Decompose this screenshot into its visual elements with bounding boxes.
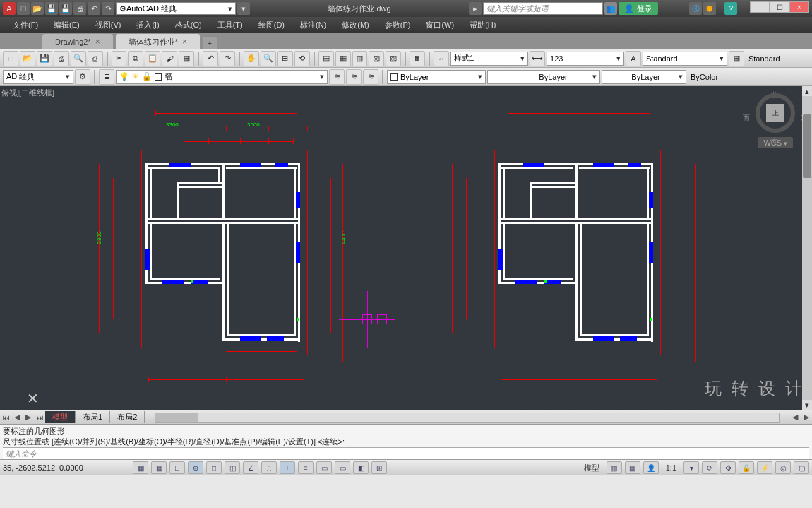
layer-manager-icon[interactable]: ≣ bbox=[99, 69, 114, 85]
tabs-prev-icon[interactable]: ◀ bbox=[11, 413, 23, 422]
new-tab-button[interactable]: + bbox=[203, 37, 217, 49]
dyn-toggle[interactable]: + bbox=[280, 461, 295, 474]
calc-icon[interactable]: 🖩 bbox=[410, 51, 425, 66]
help-icon[interactable]: ? bbox=[724, 2, 737, 15]
am-toggle[interactable]: ⊞ bbox=[371, 461, 387, 474]
textstyle-combo[interactable]: Standard▾ bbox=[643, 52, 727, 66]
lwt-toggle[interactable]: ≡ bbox=[298, 461, 314, 474]
preview-icon[interactable]: 🔍 bbox=[71, 51, 86, 66]
grid-toggle[interactable]: ▦ bbox=[151, 461, 167, 474]
hardware-accel-icon[interactable]: ⚡ bbox=[757, 461, 772, 474]
menu-item[interactable]: 视图(V) bbox=[88, 18, 129, 33]
model-space-label[interactable]: 模型 bbox=[580, 463, 604, 473]
polar-toggle[interactable]: ⊕ bbox=[188, 461, 203, 474]
annoauto-icon[interactable]: ⟳ bbox=[702, 461, 717, 474]
color-combo[interactable]: ByLayer▾ bbox=[387, 70, 486, 84]
dimstyle-icon[interactable]: ↔ bbox=[434, 51, 449, 66]
horizontal-scrollbar[interactable] bbox=[155, 413, 780, 423]
document-tab[interactable]: 墙体练习作业*× bbox=[116, 34, 200, 49]
hscroll-left-icon[interactable]: ◀ bbox=[789, 413, 801, 422]
menu-item[interactable]: 格式(O) bbox=[168, 18, 209, 33]
menu-item[interactable]: 窗口(W) bbox=[419, 18, 461, 33]
menu-item[interactable]: 编辑(E) bbox=[47, 18, 87, 33]
layout-tab[interactable]: 模型 bbox=[45, 411, 76, 423]
saveas-icon[interactable]: 💾 bbox=[59, 2, 72, 15]
scroll-up-icon[interactable]: ▴ bbox=[802, 86, 812, 96]
zoom-realtime-icon[interactable]: 🔍 bbox=[261, 51, 276, 66]
print-icon[interactable]: 🖨 bbox=[54, 51, 69, 66]
snap-toggle[interactable]: ▦ bbox=[133, 461, 148, 474]
new-file-icon[interactable]: □ bbox=[3, 51, 18, 66]
ws-switch-icon[interactable]: ⚙ bbox=[720, 461, 736, 474]
textstyle-icon[interactable]: A bbox=[626, 51, 641, 66]
pan-icon[interactable]: ✋ bbox=[244, 51, 259, 66]
close-icon[interactable]: × bbox=[95, 37, 100, 47]
ucs-icon[interactable]: ✕ bbox=[27, 390, 39, 407]
command-input[interactable]: 键入命令 bbox=[3, 447, 809, 460]
scroll-down-icon[interactable]: ▾ bbox=[802, 400, 812, 410]
drawing-canvas[interactable]: 俯视][二维线框] 北 西 东 上 南 WCS ▾ bbox=[0, 86, 812, 410]
sc-toggle[interactable]: ◧ bbox=[353, 461, 369, 474]
dc-icon[interactable]: ▦ bbox=[335, 51, 351, 66]
save-icon[interactable]: 💾 bbox=[45, 2, 58, 15]
clean-screen-icon[interactable]: ▢ bbox=[794, 461, 809, 474]
annoscale-icon[interactable]: 👤 bbox=[643, 461, 659, 474]
ducs-toggle[interactable]: ⎍ bbox=[261, 461, 277, 474]
tabs-last-icon[interactable]: ⏭ bbox=[34, 413, 45, 422]
open-file-icon[interactable]: 📂 bbox=[20, 51, 35, 66]
layout-tab[interactable]: 布局1 bbox=[76, 411, 110, 423]
menu-item[interactable]: 插入(I) bbox=[129, 18, 166, 33]
win-max[interactable]: ☐ bbox=[770, 1, 789, 13]
tpy-toggle[interactable]: ▭ bbox=[316, 461, 332, 474]
qv-layouts-icon[interactable]: ▥ bbox=[607, 461, 622, 474]
search-input[interactable]: 键入关键字或短语 bbox=[483, 2, 603, 15]
menu-item[interactable]: 参数(P) bbox=[378, 18, 418, 33]
annovis-icon[interactable]: ▾ bbox=[683, 461, 699, 474]
dimstyle-combo[interactable]: 样式1▾ bbox=[450, 52, 528, 66]
layer-state-icon[interactable]: ≋ bbox=[346, 69, 362, 85]
isolate-icon[interactable]: ◎ bbox=[775, 461, 791, 474]
infocenter-arrow-icon[interactable]: ▸ bbox=[469, 2, 482, 15]
osnap-toggle[interactable]: □ bbox=[206, 461, 222, 474]
layer-iso-icon[interactable]: ≋ bbox=[363, 69, 378, 85]
annotation-scale[interactable]: 1:1 bbox=[662, 463, 681, 472]
plot-icon[interactable]: 🖨 bbox=[73, 2, 86, 15]
new-icon[interactable]: □ bbox=[17, 2, 30, 15]
close-icon[interactable]: × bbox=[182, 37, 187, 47]
undo-button-icon[interactable]: ↶ bbox=[203, 51, 218, 66]
menu-item[interactable]: 帮助(H) bbox=[462, 18, 503, 33]
qv-drawings-icon[interactable]: ▦ bbox=[625, 461, 640, 474]
viewcube[interactable]: 北 西 东 上 南 WCS ▾ bbox=[747, 92, 804, 163]
redo-button-icon[interactable]: ↷ bbox=[220, 51, 235, 66]
3dosnap-toggle[interactable]: ◫ bbox=[225, 461, 240, 474]
toolbar-lock-icon[interactable]: 🔒 bbox=[739, 461, 754, 474]
cut-icon[interactable]: ✂ bbox=[112, 51, 127, 66]
qp-toggle[interactable]: ▭ bbox=[335, 461, 350, 474]
properties-icon[interactable]: ▤ bbox=[318, 51, 334, 66]
viewcube-ring[interactable]: 上 bbox=[756, 93, 795, 133]
redo-icon[interactable]: ↷ bbox=[102, 2, 114, 15]
lineweight-combo[interactable]: — ByLayer▾ bbox=[602, 70, 686, 84]
tablestyle-combo[interactable]: Standard bbox=[746, 52, 809, 66]
hscroll-right-icon[interactable]: ▶ bbox=[801, 413, 812, 422]
viewcube-top-face[interactable]: 上 bbox=[766, 104, 784, 122]
ortho-toggle[interactable]: ∟ bbox=[169, 461, 185, 474]
linetype-combo[interactable]: ——— ByLayer▾ bbox=[487, 70, 600, 84]
workspace-small-combo[interactable]: AD 经典▾ bbox=[3, 70, 73, 84]
tp-icon[interactable]: ▥ bbox=[352, 51, 368, 66]
layer-prev-icon[interactable]: ≋ bbox=[329, 69, 345, 85]
match-icon[interactable]: 🖌 bbox=[162, 51, 177, 66]
zoom-window-icon[interactable]: ⊞ bbox=[277, 51, 293, 66]
undo-icon[interactable]: ↶ bbox=[88, 2, 100, 15]
qat-dropdown-icon[interactable]: ▾ bbox=[237, 2, 250, 15]
zoom-prev-icon[interactable]: ⟲ bbox=[294, 51, 310, 66]
dim-icon[interactable]: ⟷ bbox=[530, 51, 545, 66]
document-tab[interactable]: Drawing2*× bbox=[42, 34, 113, 49]
dim-combo[interactable]: 123▾ bbox=[547, 52, 624, 66]
markup-icon[interactable]: ▨ bbox=[386, 51, 401, 66]
win-min[interactable]: — bbox=[750, 1, 770, 13]
app-menu-icon[interactable]: A bbox=[3, 2, 16, 15]
win-close[interactable]: × bbox=[789, 1, 809, 13]
copy-icon[interactable]: ⧉ bbox=[128, 51, 143, 66]
workspace-combo[interactable]: ⚙ AutoCAD 经典 ▾ bbox=[116, 2, 236, 15]
